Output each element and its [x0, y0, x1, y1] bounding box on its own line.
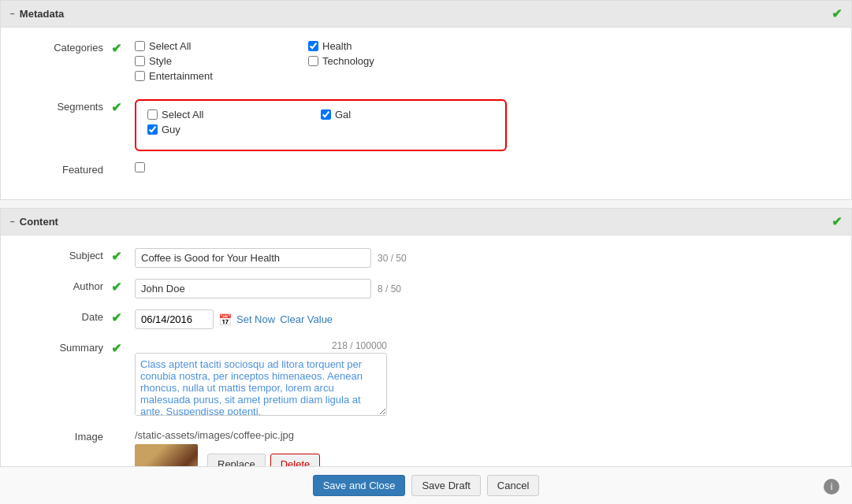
- footer-bar: Save and Close Save Draft Cancel: [0, 466, 852, 504]
- save-and-close-button[interactable]: Save and Close: [313, 475, 406, 496]
- category-style-label: Style: [149, 55, 172, 67]
- categories-check: ✔: [111, 42, 121, 55]
- date-content: 📅 Set Now Clear Value: [130, 309, 835, 329]
- featured-row: Featured: [17, 162, 835, 176]
- segment-select-all-item: Select All: [147, 109, 321, 120]
- content-title: Content: [20, 216, 58, 228]
- segment-guy-item: Guy: [147, 124, 321, 135]
- content-collapse-icon[interactable]: −: [10, 217, 15, 226]
- content-check-icon: ✔: [832, 214, 842, 229]
- category-select-all-label: Select All: [149, 40, 191, 52]
- date-row: Date ✔ 📅 Set Now Clear Value: [17, 309, 835, 329]
- category-technology-checkbox[interactable]: [308, 56, 318, 66]
- featured-label: Featured: [17, 162, 111, 176]
- featured-checkbox[interactable]: [135, 162, 145, 172]
- metadata-check-icon: ✔: [832, 6, 842, 21]
- categories-label: Categories: [17, 40, 111, 54]
- subject-input[interactable]: [135, 248, 371, 268]
- subject-content: 30 / 50: [130, 248, 835, 268]
- segment-select-all-label: Select All: [162, 109, 203, 120]
- segment-gal-checkbox[interactable]: [321, 109, 331, 120]
- clear-value-button[interactable]: Clear Value: [280, 313, 333, 325]
- author-label: Author: [17, 279, 111, 292]
- set-now-button[interactable]: Set Now: [236, 313, 275, 325]
- summary-check: ✔: [111, 342, 121, 355]
- subject-char-count: 30 / 50: [378, 253, 407, 264]
- categories-content: Select All Style Entertainment: [130, 40, 835, 88]
- segment-guy-checkbox[interactable]: [147, 124, 158, 135]
- content-body: Subject ✔ 30 / 50 Author ✔ 8 / 50: [1, 235, 851, 504]
- content-header: − Content ✔: [1, 209, 851, 235]
- date-input[interactable]: [135, 309, 214, 329]
- category-style-checkbox[interactable]: [135, 56, 145, 66]
- author-row: Author ✔ 8 / 50: [17, 279, 835, 298]
- segments-row: Segments ✔ Select All: [17, 99, 835, 151]
- image-path: /static-assets/images/coffee-pic.jpg: [135, 429, 835, 441]
- summary-row: Summary ✔ 218 / 100000 Class aptent taci…: [17, 340, 835, 418]
- category-style-item: Style: [135, 55, 308, 67]
- subject-row: Subject ✔ 30 / 50: [17, 248, 835, 268]
- segments-box: Select All Guy Gal: [135, 99, 507, 151]
- author-content: 8 / 50: [130, 279, 835, 298]
- summary-textarea[interactable]: Class aptent taciti sociosqu ad litora t…: [135, 353, 387, 416]
- segment-guy-label: Guy: [162, 124, 180, 135]
- summary-content: 218 / 100000 Class aptent taciti sociosq…: [130, 340, 835, 418]
- featured-content: [130, 162, 835, 175]
- segments-content: Select All Guy Gal: [130, 99, 835, 151]
- category-technology-label: Technology: [322, 55, 374, 67]
- segment-select-all-checkbox[interactable]: [147, 109, 158, 120]
- image-label: Image: [17, 429, 111, 443]
- author-char-count: 8 / 50: [378, 284, 401, 295]
- category-health-item: Health: [308, 40, 482, 52]
- segment-gal-item: Gal: [321, 109, 494, 120]
- subject-check: ✔: [111, 250, 121, 263]
- category-select-all-checkbox[interactable]: [135, 41, 145, 51]
- category-entertainment-label: Entertainment: [149, 70, 213, 82]
- summary-label: Summary: [17, 340, 111, 354]
- category-technology-item: Technology: [308, 55, 482, 67]
- segment-gal-label: Gal: [335, 109, 351, 120]
- metadata-header: − Metadata ✔: [1, 1, 851, 28]
- category-health-checkbox[interactable]: [308, 41, 318, 51]
- calendar-icon[interactable]: 📅: [218, 313, 232, 326]
- metadata-section: − Metadata ✔ Categories ✔ Select All: [0, 0, 852, 200]
- segments-label: Segments: [17, 99, 111, 113]
- summary-char-count: 218 / 100000: [135, 340, 387, 351]
- author-check: ✔: [111, 280, 121, 294]
- metadata-body: Categories ✔ Select All Styl: [1, 28, 851, 199]
- cancel-button[interactable]: Cancel: [487, 475, 539, 496]
- categories-row: Categories ✔ Select All Styl: [17, 40, 835, 88]
- category-entertainment-item: Entertainment: [135, 70, 308, 82]
- subject-label: Subject: [17, 248, 111, 261]
- metadata-title: Metadata: [20, 8, 64, 20]
- date-label: Date: [17, 309, 111, 323]
- save-draft-button[interactable]: Save Draft: [411, 475, 480, 496]
- category-select-all-item: Select All: [135, 40, 308, 52]
- metadata-collapse-icon[interactable]: −: [10, 9, 15, 18]
- author-input[interactable]: [135, 279, 371, 298]
- info-icon[interactable]: i: [824, 479, 839, 495]
- segments-check: ✔: [111, 101, 121, 114]
- date-check: ✔: [111, 311, 121, 324]
- content-section: − Content ✔ Subject ✔ 30 / 50 Author: [0, 208, 852, 504]
- category-health-label: Health: [322, 40, 352, 52]
- category-entertainment-checkbox[interactable]: [135, 71, 145, 81]
